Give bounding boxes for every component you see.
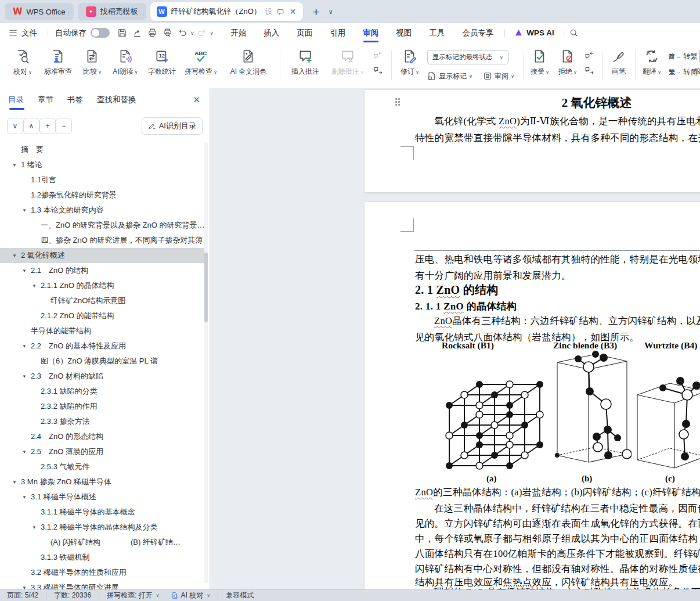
- tab-document-active[interactable]: W 纤锌矿结构氧化锌（ZnO） 设 ✕: [150, 2, 303, 21]
- previous-revision-button[interactable]: [583, 49, 596, 62]
- collapse-arrow-icon[interactable]: ▼: [32, 525, 41, 530]
- compat-mode-indicator[interactable]: 兼容模式: [226, 591, 254, 600]
- print-preview-button[interactable]: [160, 26, 175, 40]
- toc-item[interactable]: 2.5.3 气敏元件: [0, 459, 204, 474]
- standard-review-button[interactable]: 标准审查: [39, 48, 77, 82]
- tab-bookmarks[interactable]: 书签: [67, 95, 83, 110]
- menu-page[interactable]: 页面: [288, 23, 321, 42]
- sidebar-scrollbar[interactable]: [204, 142, 208, 584]
- toc-item[interactable]: ▼3.3 稀磁半导体的研究进展: [0, 580, 204, 589]
- tab-find-replace[interactable]: 查找和替换: [97, 95, 136, 110]
- undo-button[interactable]: [175, 26, 190, 40]
- toc-item[interactable]: 纤锌矿ZnO结构示意图: [0, 293, 204, 308]
- expand-all-button[interactable]: +: [39, 118, 56, 134]
- collapse-arrow-icon[interactable]: ▼: [12, 163, 21, 168]
- next-revision-button[interactable]: [583, 64, 596, 77]
- toc-item[interactable]: 2.3.2 缺陷的作用: [0, 399, 204, 414]
- markup-state-dropdown[interactable]: 显示标记的最终状态 ∨: [427, 50, 508, 64]
- collapse-arrow-icon[interactable]: ▼: [22, 585, 31, 590]
- collapse-arrow-icon[interactable]: ▼: [12, 253, 21, 258]
- toc-item[interactable]: 图（6）ZnO 薄膜典型的室温 PL 谱: [0, 354, 204, 369]
- menu-insert[interactable]: 插入: [255, 23, 288, 42]
- undo-chevron-icon[interactable]: ∨: [190, 30, 194, 36]
- collapse-all-button[interactable]: −: [56, 118, 72, 134]
- collapse-arrow-icon[interactable]: ▼: [22, 268, 31, 273]
- toc-item[interactable]: ▼1 绪论: [0, 157, 204, 172]
- translate-button[interactable]: A文 翻译∨: [638, 48, 665, 82]
- menu-view[interactable]: 视图: [387, 23, 420, 42]
- reject-button[interactable]: 拒绝∨: [555, 48, 580, 82]
- toc-item[interactable]: ▼2.1.1 ZnO 的晶体结构: [0, 278, 204, 293]
- next-comment-button[interactable]: [371, 64, 384, 77]
- toc-item[interactable]: 2.1.2 ZnO 的能带结构: [0, 308, 204, 323]
- ai-detect-toc-button[interactable]: AI识别目录: [142, 117, 203, 135]
- collapse-arrow-icon[interactable]: ▼: [22, 374, 31, 379]
- page-indicator[interactable]: 页面: 5/42: [7, 591, 38, 600]
- redo-button[interactable]: [194, 26, 210, 40]
- ai-proof-indicator[interactable]: AI 校对∨: [171, 591, 211, 600]
- toc-item[interactable]: ▼3.1.2 稀磁半导体的晶体结构及分类: [0, 520, 204, 535]
- tab-chapters[interactable]: 章节: [38, 95, 53, 110]
- scrollbar-thumb[interactable]: [204, 253, 208, 322]
- tab-contents[interactable]: 目录: [8, 95, 24, 110]
- menu-tools[interactable]: 工具: [420, 23, 453, 42]
- toc-item[interactable]: ▼2.1 ZnO 的结构: [0, 263, 204, 278]
- spellcheck-indicator[interactable]: 拼写检查: 打开∨: [107, 591, 160, 600]
- toc-item[interactable]: 一、ZnO 的研究背景以及掺杂 ZnO 的研究背景…: [0, 218, 204, 233]
- toc-item[interactable]: ▼2.3 ZnO 材料的缺陷: [0, 369, 204, 384]
- toc-item[interactable]: 摘 要: [0, 142, 204, 157]
- insert-comment-button[interactable]: 插入批注: [287, 48, 324, 82]
- proofread-button[interactable]: 校对∨: [8, 48, 37, 82]
- export-pdf-button[interactable]: [129, 26, 145, 40]
- menu-review[interactable]: 审阅: [354, 23, 387, 42]
- menu-home[interactable]: 开始: [222, 23, 255, 42]
- expand-down-button[interactable]: ∨: [7, 118, 23, 134]
- accept-button[interactable]: 接受∨: [527, 48, 553, 82]
- collapse-arrow-icon[interactable]: ▼: [22, 449, 31, 455]
- toc-item-selected[interactable]: ▼2 氧化锌概述: [0, 248, 204, 263]
- collapse-arrow-icon[interactable]: ▼: [32, 283, 41, 289]
- word-count-button[interactable]: 12 字数统计: [144, 48, 180, 82]
- restrict-editing-button[interactable]: 限制编: [686, 48, 700, 82]
- ink-brush-button[interactable]: 画笔: [606, 48, 632, 82]
- new-tab-button[interactable]: +: [313, 6, 320, 18]
- close-tab-icon[interactable]: ✕: [290, 7, 297, 16]
- tab-list-chevron-icon[interactable]: ∨: [329, 8, 333, 16]
- ai-polish-button[interactable]: AI 全文润色: [222, 48, 275, 82]
- delete-comment-button[interactable]: 删除批注∨: [326, 48, 369, 82]
- track-changes-button[interactable]: 修订∨: [397, 48, 423, 82]
- menu-reference[interactable]: 引用: [321, 23, 354, 42]
- file-menu[interactable]: 文件: [0, 28, 45, 38]
- collapse-arrow-icon[interactable]: ▼: [22, 344, 31, 349]
- quickbar-chevron-icon[interactable]: ∨: [210, 30, 214, 36]
- toc-item[interactable]: 1.2掺杂氧化锌的研究背景: [0, 188, 204, 203]
- autosave-control[interactable]: 自动保存: [50, 28, 114, 38]
- toc-item[interactable]: 2.3.3 掺杂方法: [0, 414, 204, 429]
- autosave-toggle[interactable]: [91, 28, 110, 38]
- toc-item[interactable]: 1.1引言: [0, 172, 204, 188]
- collapse-arrow-icon[interactable]: ▼: [22, 208, 31, 213]
- toc-item[interactable]: ▼3 Mn 掺杂 ZnO 稀磁半导体: [0, 474, 204, 490]
- save-button[interactable]: [114, 26, 129, 40]
- search-button[interactable]: [567, 26, 582, 40]
- toc-item[interactable]: 3.1.3 铁磁机制: [0, 550, 204, 565]
- toc-item[interactable]: ▼2.2 ZnO 的基本特性及应用: [0, 339, 204, 354]
- print-button[interactable]: [145, 26, 160, 40]
- toc-item[interactable]: 2.3.1 缺陷的分类: [0, 384, 204, 399]
- toc-item[interactable]: 半导体的能带结构: [0, 323, 204, 339]
- word-count-indicator[interactable]: 字数: 20336: [54, 591, 91, 600]
- toc-item[interactable]: (A) 闪锌矿结构 (B) 纤锌矿结…: [0, 535, 204, 550]
- toc-item[interactable]: 3.2 稀磁半导体的性质和应用: [0, 565, 204, 580]
- toc-item[interactable]: ▼2.5 ZnO 薄膜的应用: [0, 444, 204, 459]
- collapse-arrow-icon[interactable]: ▼: [12, 480, 21, 485]
- compare-button[interactable]: 比较∨: [78, 48, 107, 82]
- review-pane-button[interactable]: 审阅∨: [483, 70, 514, 82]
- document-page-4[interactable]: 2 氧化锌概述 氧化锌(化学式 ZnO)为Ⅱ-Ⅵ族化合物，是一种传统的具有压电和…: [365, 90, 700, 192]
- document-canvas[interactable]: 2 氧化锌概述 氧化锌(化学式 ZnO)为Ⅱ-Ⅵ族化合物，是一种传统的具有压电和…: [211, 88, 700, 589]
- wps-ai-button[interactable]: WPS AI: [507, 28, 561, 37]
- previous-comment-button[interactable]: [371, 49, 384, 62]
- toc-item[interactable]: 2.4 ZnO 的形态结构: [0, 429, 204, 444]
- close-sidebar-icon[interactable]: ✕: [193, 95, 200, 105]
- tab-template[interactable]: ✦ 找稻壳模板: [78, 3, 146, 20]
- document-page-5[interactable]: 压电、热电和铁电等诸多领域都有其独特的性能，特别是在光电领域，具 有十分广阔的应…: [365, 202, 700, 589]
